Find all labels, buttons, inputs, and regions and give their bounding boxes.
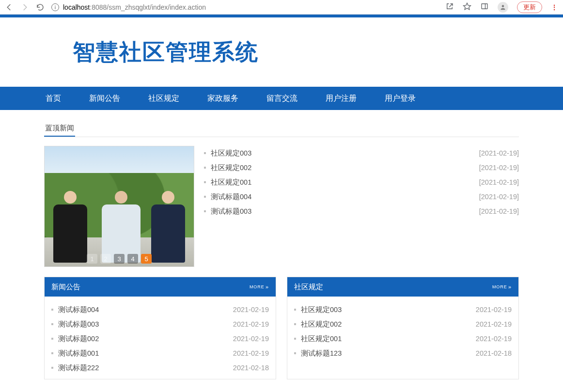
panels-row: 新闻公告 MORE 测试标题0042021-02-19 测试标题0032021-…: [44, 277, 519, 379]
bullet-icon: [51, 367, 53, 369]
featured-link[interactable]: 社区规定003: [211, 149, 251, 158]
panel-icon[interactable]: [480, 2, 489, 12]
carousel-page-1[interactable]: 1: [87, 254, 97, 264]
news-link[interactable]: 测试标题004: [58, 305, 99, 314]
list-item: 社区规定002[2021-02-19]: [204, 160, 519, 175]
panel-header: 新闻公告 MORE: [45, 277, 276, 297]
bullet-icon: [204, 167, 206, 169]
reload-icon[interactable]: [36, 3, 45, 12]
news-link[interactable]: 测试标题003: [58, 320, 99, 329]
news-date: 2021-02-19: [233, 335, 269, 343]
main-nav: 首页 新闻公告 社区规定 家政服务 留言交流 用户注册 用户登录: [0, 87, 563, 110]
site-info-icon[interactable]: i: [51, 3, 59, 11]
browser-toolbar: i localhost:8088/ssm_zhsqglxt/index/inde…: [0, 0, 563, 15]
tab-top-news[interactable]: 置顶新闻: [44, 121, 75, 137]
news-link[interactable]: 测试标题222: [58, 363, 99, 373]
news-link[interactable]: 测试标题002: [58, 334, 99, 344]
news-date: 2021-02-18: [233, 364, 269, 372]
forward-icon[interactable]: [20, 3, 29, 12]
news-link[interactable]: 测试标题001: [58, 349, 99, 358]
rules-link[interactable]: 社区规定003: [301, 305, 342, 314]
bullet-icon: [294, 323, 296, 325]
more-link[interactable]: MORE: [492, 284, 512, 290]
panel-title: 新闻公告: [51, 282, 80, 292]
nav-item-home[interactable]: 首页: [46, 94, 61, 104]
featured-date: [2021-02-19]: [479, 207, 519, 215]
nav-item-login[interactable]: 用户登录: [385, 94, 416, 104]
address-bar[interactable]: i localhost:8088/ssm_zhsqglxt/index/inde…: [51, 1, 438, 14]
carousel-page-3[interactable]: 3: [114, 254, 125, 264]
panel-rules: 社区规定 MORE 社区规定0032021-02-19 社区规定0022021-…: [287, 277, 519, 379]
rules-date: 2021-02-19: [476, 335, 512, 343]
url-port: :8088: [90, 3, 107, 11]
url-path: /ssm_zhsqglxt/index/index.action: [107, 3, 206, 11]
list-item: 社区规定001[2021-02-19]: [204, 175, 519, 189]
list-item: 社区规定003[2021-02-19]: [204, 146, 519, 160]
featured-area: 1 2 3 4 5 社区规定003[2021-02-19] 社区规定002[20…: [44, 146, 519, 267]
share-icon[interactable]: [445, 2, 454, 12]
menu-kebab-icon[interactable]: ⋮: [551, 3, 558, 11]
list-item: 测试标题0042021-02-19: [51, 302, 269, 317]
bullet-icon: [294, 309, 296, 311]
panel-list: 测试标题0042021-02-19 测试标题0032021-02-19 测试标题…: [45, 297, 276, 379]
more-link[interactable]: MORE: [250, 284, 269, 290]
list-item: 测试标题0012021-02-19: [51, 346, 269, 361]
list-item: 社区规定0012021-02-19: [294, 331, 512, 346]
nav-item-register[interactable]: 用户注册: [326, 94, 357, 104]
list-item: 测试标题2222021-02-18: [51, 361, 269, 375]
bullet-icon: [204, 210, 206, 212]
carousel-image: [45, 146, 194, 267]
nav-item-message[interactable]: 留言交流: [266, 94, 297, 104]
bullet-icon: [294, 352, 296, 354]
url-host: localhost: [63, 3, 90, 11]
carousel[interactable]: 1 2 3 4 5: [44, 146, 194, 267]
featured-link[interactable]: 测试标题003: [211, 207, 251, 216]
featured-link[interactable]: 测试标题004: [211, 192, 251, 202]
panel-list: 社区规定0032021-02-19 社区规定0022021-02-19 社区规定…: [287, 297, 518, 364]
list-item: 社区规定0032021-02-19: [294, 302, 512, 317]
bullet-icon: [51, 352, 53, 354]
profile-avatar-icon[interactable]: [498, 2, 508, 13]
list-item: 测试标题1232021-02-18: [294, 346, 512, 361]
svg-marker-0: [464, 3, 471, 10]
rules-date: 2021-02-18: [476, 349, 512, 357]
rules-date: 2021-02-19: [476, 306, 512, 314]
carousel-page-2[interactable]: 2: [100, 254, 111, 264]
list-item: 测试标题003[2021-02-19]: [204, 204, 519, 219]
bullet-icon: [204, 196, 206, 198]
back-icon[interactable]: [5, 3, 14, 12]
news-date: 2021-02-19: [233, 306, 269, 314]
list-item: 社区规定0022021-02-19: [294, 317, 512, 331]
url-text: localhost:8088/ssm_zhsqglxt/index/index.…: [63, 3, 206, 11]
bullet-icon: [204, 181, 206, 183]
featured-date: [2021-02-19]: [479, 164, 519, 172]
featured-date: [2021-02-19]: [479, 193, 519, 201]
carousel-page-4[interactable]: 4: [127, 254, 138, 264]
section-tabs: 置顶新闻: [44, 121, 519, 137]
carousel-pager: 1 2 3 4 5: [87, 254, 152, 264]
news-date: 2021-02-19: [233, 320, 269, 328]
bullet-icon: [204, 152, 206, 154]
svg-point-3: [502, 5, 504, 7]
nav-item-rules[interactable]: 社区规定: [148, 94, 179, 104]
site-title: 智慧社区管理系统: [73, 37, 259, 67]
list-item: 测试标题0022021-02-19: [51, 331, 269, 346]
list-item: 测试标题004[2021-02-19]: [204, 189, 519, 204]
bookmark-star-icon[interactable]: [463, 2, 471, 12]
rules-link[interactable]: 测试标题123: [301, 349, 342, 358]
featured-link[interactable]: 社区规定002: [211, 163, 251, 172]
header: 智慧社区管理系统: [0, 17, 563, 87]
rules-link[interactable]: 社区规定001: [301, 334, 342, 344]
rules-link[interactable]: 社区规定002: [301, 320, 342, 329]
featured-list: 社区规定003[2021-02-19] 社区规定002[2021-02-19] …: [204, 146, 519, 267]
carousel-page-5[interactable]: 5: [141, 254, 152, 264]
update-button[interactable]: 更新: [517, 1, 542, 13]
featured-date: [2021-02-19]: [479, 149, 519, 157]
nav-item-service[interactable]: 家政服务: [207, 94, 238, 104]
bullet-icon: [294, 338, 296, 340]
featured-date: [2021-02-19]: [479, 178, 519, 186]
nav-item-news[interactable]: 新闻公告: [89, 94, 120, 104]
featured-link[interactable]: 社区规定001: [211, 178, 251, 187]
panel-title: 社区规定: [294, 282, 323, 292]
panel-header: 社区规定 MORE: [287, 277, 518, 297]
